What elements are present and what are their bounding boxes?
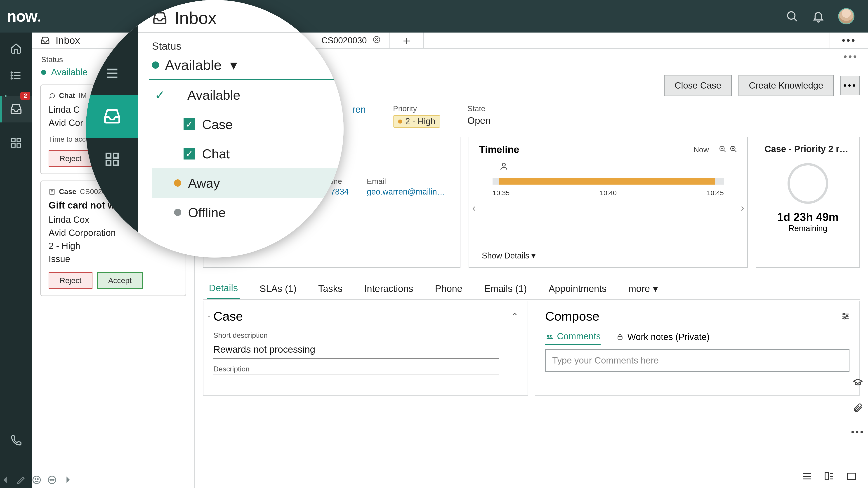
arrow-left-icon[interactable] — [1, 475, 11, 485]
priority-badge: 2 - High — [393, 115, 440, 128]
phone-icon[interactable] — [9, 434, 23, 447]
close-tab-icon[interactable] — [373, 36, 380, 45]
svg-rect-8 — [12, 138, 15, 142]
svg-line-22 — [723, 150, 725, 152]
bell-icon[interactable] — [812, 10, 825, 23]
reject-button[interactable]: Reject — [49, 150, 92, 167]
tab-more[interactable]: more ▾ — [627, 279, 660, 299]
svg-point-41 — [50, 480, 51, 480]
requester-link[interactable]: ren — [352, 104, 366, 115]
svg-rect-36 — [618, 337, 622, 339]
drag-handle-icon[interactable]: ≡ — [208, 314, 210, 318]
accept-button[interactable]: Accept — [97, 272, 143, 289]
avatar[interactable] — [838, 8, 855, 24]
state-label: State — [467, 104, 491, 113]
tab-appointments[interactable]: Appointments — [547, 279, 609, 299]
svg-point-7 — [11, 78, 12, 79]
view-split-icon[interactable] — [824, 471, 835, 482]
tab-details[interactable]: Details — [207, 278, 240, 299]
app-logo: now — [7, 8, 40, 24]
ellipsis-circle-icon[interactable] — [47, 475, 57, 485]
tab-overflow-icon[interactable]: ••• — [830, 33, 868, 48]
close-case-button[interactable]: Close Case — [664, 75, 732, 96]
zoom-rail-inbox-icon[interactable] — [86, 95, 138, 138]
comments-input[interactable]: Type your Comments here — [545, 349, 849, 372]
subbar-overflow-icon[interactable]: ••• — [844, 51, 858, 62]
svg-point-31 — [843, 313, 844, 315]
status-option-away[interactable]: Away — [152, 168, 344, 198]
svg-point-37 — [33, 476, 40, 484]
svg-rect-9 — [17, 138, 20, 142]
attachment-icon[interactable] — [852, 402, 863, 414]
svg-rect-57 — [106, 161, 111, 165]
short-description-field[interactable]: Rewards not processing — [213, 343, 499, 359]
case-more-icon[interactable]: ••• — [840, 76, 860, 95]
list-icon[interactable] — [9, 69, 23, 82]
create-knowledge-button[interactable]: Create Knowledge — [739, 75, 834, 96]
zoom-in-icon[interactable] — [730, 144, 737, 155]
tab-emails[interactable]: Emails (1) — [483, 279, 529, 299]
left-rail: 2 — [0, 33, 32, 488]
svg-point-32 — [846, 315, 848, 317]
svg-point-43 — [53, 480, 54, 480]
svg-point-6 — [11, 75, 12, 76]
svg-point-34 — [547, 335, 549, 337]
view-switcher — [802, 471, 857, 482]
status-option-case[interactable]: ✓Case — [152, 109, 344, 139]
state-value: Open — [467, 115, 491, 126]
timeline-bar[interactable] — [493, 178, 724, 185]
inbox-tray-icon[interactable]: 2 — [0, 96, 32, 123]
sidetools-more-icon[interactable]: ••• — [851, 427, 865, 437]
tab-tasks[interactable]: Tasks — [316, 279, 344, 299]
compose-settings-icon[interactable] — [840, 311, 850, 322]
svg-point-27 — [502, 163, 505, 166]
zoom-overlay: Inbox Status Available▾ ✓Available ✓Case… — [86, 0, 344, 258]
svg-line-1 — [794, 18, 797, 21]
svg-point-39 — [37, 479, 38, 480]
tab-slas[interactable]: SLAs (1) — [258, 279, 298, 299]
timeline-prev-icon[interactable]: ‹ — [472, 202, 475, 214]
side-tools: ••• — [848, 377, 868, 437]
compose-tab-comments[interactable]: Comments — [545, 331, 600, 345]
search-icon[interactable] — [786, 10, 798, 23]
svg-rect-56 — [114, 153, 118, 158]
svg-rect-47 — [825, 473, 829, 480]
graduation-icon[interactable] — [852, 377, 863, 389]
status-option-chat[interactable]: ✓Chat — [152, 139, 344, 168]
lock-icon — [616, 333, 624, 340]
case-icon — [49, 188, 55, 195]
view-fullscreen-icon[interactable] — [846, 471, 857, 482]
tab-phone[interactable]: Phone — [433, 279, 464, 299]
zoom-out-icon[interactable] — [719, 144, 726, 155]
view-list-icon[interactable] — [802, 471, 812, 482]
svg-point-42 — [52, 480, 53, 480]
tab-interactions[interactable]: Interactions — [362, 279, 415, 299]
zoom-status-trigger[interactable]: Available▾ — [152, 57, 344, 79]
compose-tab-worknotes[interactable]: Work notes (Private) — [616, 332, 710, 344]
new-tab-button[interactable]: ＋ — [390, 33, 424, 48]
apps-grid-icon[interactable] — [9, 136, 23, 150]
tab-case[interactable]: CS0020030 — [312, 33, 390, 48]
smiley-icon[interactable] — [32, 475, 41, 485]
sla-gauge — [787, 163, 828, 204]
timeline-panel: Timeline Now ‹› 10:35 10:40 10:45 Show D… — [469, 137, 748, 268]
reject-button[interactable]: Reject — [49, 272, 92, 289]
priority-label: Priority — [393, 104, 440, 113]
show-details-toggle[interactable]: Show Details ▾ — [482, 251, 535, 260]
status-option-available[interactable]: ✓Available — [152, 80, 344, 109]
home-icon[interactable] — [9, 41, 23, 55]
email-link[interactable]: geo.warren@mailin… — [367, 187, 445, 197]
svg-point-38 — [35, 479, 36, 480]
svg-point-0 — [787, 12, 795, 19]
svg-rect-11 — [17, 144, 20, 147]
compose-section: Compose Comments Work notes (Private) Ty… — [535, 301, 860, 396]
chat-icon — [49, 92, 55, 99]
arrow-right-icon[interactable] — [62, 475, 72, 485]
svg-rect-51 — [847, 473, 855, 480]
pencil-icon[interactable] — [16, 475, 26, 485]
svg-line-26 — [735, 150, 737, 152]
svg-point-5 — [11, 72, 12, 73]
top-bar: now — [0, 0, 868, 33]
timeline-next-icon[interactable]: › — [741, 202, 744, 214]
collapse-icon[interactable]: ⌃ — [511, 311, 519, 322]
